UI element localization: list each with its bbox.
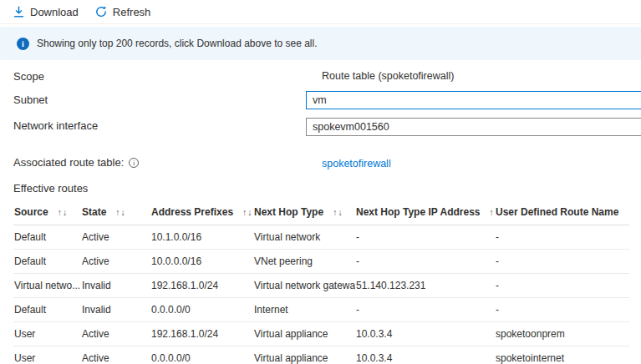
table-cell: 10.0.3.4 xyxy=(355,322,495,346)
refresh-label: Refresh xyxy=(113,6,151,18)
table-cell: - xyxy=(495,250,629,274)
associated-route-table-label: Associated route table: i xyxy=(13,156,139,169)
table-cell: Active xyxy=(81,250,150,274)
table-cell: Invalid xyxy=(81,274,150,298)
table-body: DefaultActive10.1.0.0/16Virtual network-… xyxy=(13,225,629,364)
table-row: UserActive0.0.0.0/0Virtual appliance10.0… xyxy=(13,346,629,364)
table-cell: - xyxy=(495,298,629,322)
table-cell: Default xyxy=(13,250,81,274)
refresh-icon xyxy=(95,6,107,18)
sort-icon[interactable]: ↑↓ xyxy=(58,207,69,217)
table-cell: - xyxy=(355,225,495,250)
column-label: Next Hop Type xyxy=(254,206,323,218)
table-cell: Invalid xyxy=(81,298,150,322)
column-header-address-prefixes[interactable]: Address Prefixes↑↓ xyxy=(150,201,253,225)
column-header-user-defined-route-name[interactable]: User Defined Route Name↑↓ xyxy=(495,201,629,225)
table-cell: - xyxy=(355,250,495,274)
column-header-next-hop-type[interactable]: Next Hop Type↑↓ xyxy=(253,201,355,225)
table-cell: 0.0.0.0/0 xyxy=(150,298,253,322)
sort-icon[interactable]: ↑↓ xyxy=(628,207,629,217)
table-cell: - xyxy=(495,274,629,298)
table-cell: Virtual network gateway xyxy=(253,274,355,298)
table-row: DefaultInvalid0.0.0.0/0Internet-- xyxy=(13,298,629,322)
info-tooltip-icon[interactable]: i xyxy=(129,158,139,168)
table-cell: 51.140.123.231 xyxy=(355,274,495,298)
table-cell: spoketointernet xyxy=(495,346,629,364)
column-label: Next Hop Type IP Address xyxy=(356,206,480,218)
download-button[interactable]: Download xyxy=(13,6,79,18)
subnet-input[interactable]: vm xyxy=(306,91,641,109)
table-cell: - xyxy=(355,298,495,322)
table-cell: Virtual appliance xyxy=(253,346,355,364)
command-bar: Download Refresh xyxy=(0,0,641,24)
banner-message: Showing only top 200 records, click Down… xyxy=(37,38,318,49)
table-cell: Virtual network xyxy=(253,225,355,250)
scope-value: Route table (spoketofirewall) xyxy=(322,70,454,82)
column-header-state[interactable]: State↑↓ xyxy=(81,201,150,225)
scope-label: Scope xyxy=(13,70,44,83)
table-row: DefaultActive10.0.0.0/16VNet peering-- xyxy=(13,250,629,274)
section-title: Effective routes xyxy=(13,182,88,195)
info-icon: i xyxy=(17,38,29,50)
effective-routes-page: Download Refresh i Showing only top 200 … xyxy=(0,0,641,364)
column-label: User Defined Route Name xyxy=(496,206,618,218)
sort-icon[interactable]: ↑↓ xyxy=(115,207,126,217)
network-interface-label: Network interface xyxy=(13,119,98,132)
column-label: Source xyxy=(14,206,48,218)
table-cell: Virtual netwo... xyxy=(13,274,81,298)
column-label: Address Prefixes xyxy=(151,206,233,218)
column-header-next-hop-type-ip-address[interactable]: Next Hop Type IP Address↑↓ xyxy=(355,201,495,225)
sort-icon[interactable]: ↑↓ xyxy=(489,207,495,217)
table-cell: Active xyxy=(81,346,150,364)
network-interface-input[interactable]: spokevm001560 xyxy=(306,118,641,136)
table-cell: Default xyxy=(13,298,81,322)
table-header-row: Source↑↓State↑↓Address Prefixes↑↓Next Ho… xyxy=(13,201,629,225)
table-cell: User xyxy=(13,346,81,364)
refresh-button[interactable]: Refresh xyxy=(95,6,151,18)
table-cell: Default xyxy=(13,225,81,250)
table-row: Virtual netwo...Invalid192.168.1.0/24Vir… xyxy=(13,274,629,298)
table-cell: spoketoonprem xyxy=(495,322,629,346)
effective-routes-table: Source↑↓State↑↓Address Prefixes↑↓Next Ho… xyxy=(13,201,629,364)
table-cell: VNet peering xyxy=(253,250,355,274)
column-label: State xyxy=(82,206,106,218)
download-icon xyxy=(13,6,24,18)
table-cell: Virtual appliance xyxy=(253,322,355,346)
table-cell: User xyxy=(13,322,81,346)
table-cell: - xyxy=(495,225,629,250)
column-header-source[interactable]: Source↑↓ xyxy=(13,201,81,225)
info-banner: i Showing only top 200 records, click Do… xyxy=(0,27,641,60)
sort-icon[interactable]: ↑↓ xyxy=(333,207,343,217)
table-cell: Active xyxy=(81,225,150,250)
table-row: UserActive192.168.1.0/24Virtual applianc… xyxy=(13,322,629,346)
table-cell: 10.1.0.0/16 xyxy=(150,225,253,250)
table-cell: Active xyxy=(81,322,150,346)
associated-route-table-link[interactable]: spoketofirewall xyxy=(322,158,391,169)
download-label: Download xyxy=(30,6,79,18)
associated-route-table-text: Associated route table: xyxy=(13,156,124,169)
table-cell: 192.168.1.0/24 xyxy=(150,274,253,298)
table-row: DefaultActive10.1.0.0/16Virtual network-… xyxy=(13,225,629,250)
table-cell: 0.0.0.0/0 xyxy=(150,346,253,364)
table-cell: 10.0.3.4 xyxy=(355,346,495,364)
table-cell: 192.168.1.0/24 xyxy=(150,322,253,346)
table-cell: 10.0.0.0/16 xyxy=(150,250,253,274)
subnet-label: Subnet xyxy=(13,94,48,106)
sort-icon[interactable]: ↑↓ xyxy=(242,207,253,217)
table-cell: Internet xyxy=(253,298,355,322)
